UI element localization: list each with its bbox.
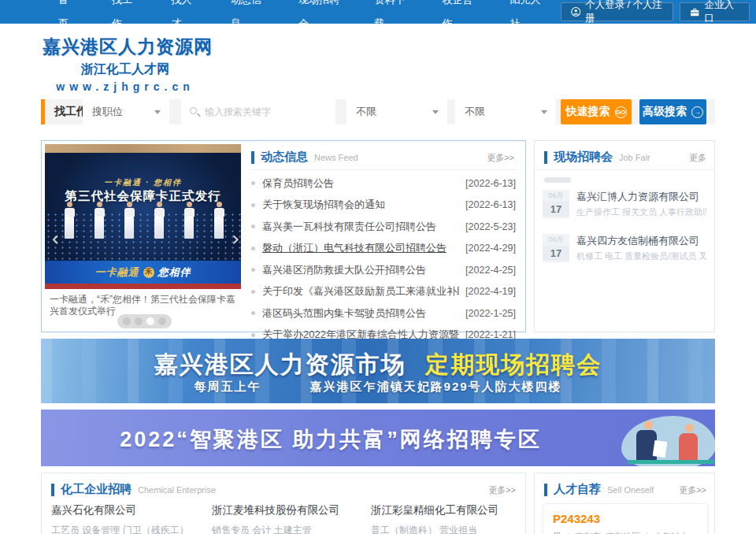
search-input[interactable] xyxy=(181,99,335,124)
nav-item-sunshine-hr[interactable]: 阳光人社 xyxy=(493,0,561,35)
date-badge-day: 17 xyxy=(543,202,569,217)
job-fair-subtitle-en: Job Fair xyxy=(619,153,650,162)
advanced-search-label: 高级搜索 xyxy=(643,105,687,119)
company-item[interactable]: 浙江彩皇精细化工有限公司 普工（制造科） 营业担当 xyxy=(371,503,524,534)
talent-subtitle-en: Sell Oneself xyxy=(607,485,654,495)
carousel-dot-2[interactable] xyxy=(135,317,143,325)
illustration-paper xyxy=(653,440,668,458)
news-item[interactable]: 港区码头范围内集卡驾驶员招聘公告 [2022-1-25] xyxy=(251,302,516,324)
slide-bottom-band: 一卡融通 禾 您相伴 xyxy=(45,261,241,284)
personal-login-label: 个人登录 / 个人注册 xyxy=(585,0,663,25)
talent-card-info: 男 ｜ 嘉兴市>嘉兴港区 ｜ 八年以上 xyxy=(553,531,688,534)
advanced-search-button[interactable]: 高级搜索 → xyxy=(639,99,706,124)
carousel-slide[interactable]: 一卡融通 · 您相伴 第三代社会保障卡正式发行 一卡融通 禾 您相伴 ‹ › xyxy=(45,144,241,289)
job-fair-header: 现场招聘会 Job Fair xyxy=(544,150,650,165)
news-item-title: 嘉兴港区消防救援大队公开招聘公告 xyxy=(262,263,459,277)
talent-card[interactable]: P243243 男 ｜ 嘉兴市>嘉兴港区 ｜ 八年以上 xyxy=(543,503,708,534)
news-item-hovered[interactable]: 磐动（浙江）电气科技有限公司招聘公告 [2022-4-29] xyxy=(251,238,516,260)
company-jobs: 普工（制造科） 营业担当 xyxy=(371,524,524,534)
job-fair-more-link[interactable]: 更多 xyxy=(689,152,706,164)
job-fair-item-text: 嘉兴汇博人力资源有限公司 生产操作工 报关文员 人事行政助理... xyxy=(576,190,706,218)
company-name: 浙江麦堆科技股份有限公司 xyxy=(212,503,365,517)
company-item[interactable]: 嘉兴石化有限公司 工艺员 设备管理 门卫（残疾工） xyxy=(51,503,205,534)
nav-item-news[interactable]: 动态信息 xyxy=(213,0,281,35)
news-header: 动态信息 News Feed xyxy=(251,150,358,165)
news-item[interactable]: 保育员招聘公告 [2022-6-13] xyxy=(251,172,516,195)
news-item-title: 磐动（浙江）电气科技有限公司招聘公告 xyxy=(262,241,459,255)
enterprise-entry-button[interactable]: 企业入口 xyxy=(680,2,750,21)
job-fair-item[interactable]: 06月 17 嘉兴汇博人力资源有限公司 生产操作工 报关文员 人事行政助理... xyxy=(543,190,708,218)
news-item-title: 保育员招聘公告 xyxy=(262,176,459,191)
site-logo[interactable]: 嘉兴港区人力资源网 浙江化工人才网 www.zjhgrc.cn xyxy=(43,35,208,93)
nav-item-home[interactable]: 首 页 xyxy=(41,0,94,35)
date-badge-month: 06月 xyxy=(543,190,569,202)
online-recruit-banner[interactable]: 2022“智聚港区 助力共富”网络招聘专区 xyxy=(41,410,715,466)
quick-search-button[interactable]: 快速搜索 GO xyxy=(561,99,632,124)
talent-panel: 人才自荐 Sell Oneself 更多>> P243243 男 ｜ 嘉兴市>嘉… xyxy=(534,473,715,534)
bullet-icon xyxy=(251,181,255,185)
banner-title-line: 嘉兴港区人力资源市场 定期现场招聘会 xyxy=(41,349,715,381)
bullet-icon xyxy=(251,290,255,294)
chemical-enterprise-panel: 化工企业招聘 Chemical Enterprise 更多>> 嘉兴石化有限公司… xyxy=(41,473,526,534)
news-item-date: [2022-6-13] xyxy=(465,199,516,210)
search-filter1-select[interactable]: 不限 xyxy=(346,99,447,124)
news-subtitle-en: News Feed xyxy=(314,153,358,162)
job-fair-jobs: 机修工 电工 质量检验员/测试员 叉车... xyxy=(576,250,706,262)
news-item-date: [2022-6-13] xyxy=(465,178,516,189)
nav-item-job-fair[interactable]: 现场招聘会 xyxy=(281,0,358,35)
enterprise-entry-label: 企业入口 xyxy=(704,0,739,25)
search-filter2-select[interactable]: 不限 xyxy=(455,99,556,124)
news-feed-section: 动态信息 News Feed 更多>> 保育员招聘公告 [2022-6-13] … xyxy=(251,141,516,333)
chevron-down-icon xyxy=(432,110,439,114)
talent-header: 人才自荐 Sell Oneself xyxy=(544,482,654,497)
nav-item-school-cooperation[interactable]: 校企合作 xyxy=(425,0,493,35)
news-item[interactable]: 关于印发《嘉兴港区鼓励新员工来港就业补助操作... [2022-4-19] xyxy=(251,281,516,303)
date-badge-month: 06月 xyxy=(543,234,569,246)
carousel-dots xyxy=(117,314,172,328)
nav-item-downloads[interactable]: 资料下载 xyxy=(358,0,425,35)
job-fair-header-divider xyxy=(535,169,714,170)
company-item[interactable]: 浙江麦堆科技股份有限公司 销售专员 会计 土建主管 xyxy=(212,503,365,534)
coin-icon: 禾 xyxy=(143,267,154,278)
news-item[interactable]: 嘉兴港区消防救援大队公开招聘公告 [2022-4-25] xyxy=(251,259,516,281)
date-badge-day: 17 xyxy=(543,246,569,261)
band-left-text: 一卡融通 xyxy=(95,265,139,280)
news-item[interactable]: 嘉兴美一瓦科技有限责任公司招聘公告 [2022-5-23] xyxy=(251,216,516,238)
news-item-title: 嘉兴美一瓦科技有限责任公司招聘公告 xyxy=(262,220,459,234)
hr-market-banner[interactable]: 嘉兴港区人力资源市场 定期现场招聘会 每周五上午 嘉兴港区乍浦镇天妃路929号人… xyxy=(41,339,715,403)
site-url: www.zjhgrc.cn xyxy=(43,80,208,93)
news-item-date: [2022-5-23] xyxy=(465,221,516,232)
chemical-more-link[interactable]: 更多>> xyxy=(488,484,516,496)
quick-search-label: 快速搜索 xyxy=(566,105,610,119)
news-more-link[interactable]: 更多>> xyxy=(487,152,514,164)
carousel-next-arrow[interactable]: › xyxy=(232,231,239,247)
carousel-prev-arrow[interactable]: ‹ xyxy=(51,231,59,247)
carousel-dot-4[interactable] xyxy=(158,317,166,325)
nav-item-find-talent[interactable]: 找人才 xyxy=(154,0,213,35)
company-name: 浙江彩皇精细化工有限公司 xyxy=(371,503,524,517)
carousel-dot-3-active[interactable] xyxy=(146,317,154,325)
news-list: 保育员招聘公告 [2022-6-13] 关于恢复现场招聘会的通知 [2022-6… xyxy=(251,172,516,346)
news-item-title: 关于印发《嘉兴港区鼓励新员工来港就业补助操作... xyxy=(262,284,459,299)
header-accent-bar xyxy=(51,484,54,496)
nav-item-find-job[interactable]: 找工作 xyxy=(94,0,154,35)
search-category-select[interactable]: 搜职位 xyxy=(83,99,169,124)
search-bar: 找工作 搜职位 不限 不限 快速搜索 GO 高级搜索 → xyxy=(41,99,715,124)
news-item-date: [2022-4-29] xyxy=(465,243,516,254)
talent-more-link[interactable]: 更多>> xyxy=(679,484,706,496)
personal-login-button[interactable]: 个人登录 / 个人注册 xyxy=(561,2,673,21)
news-item-title: 港区码头范围内集卡驾驶员招聘公告 xyxy=(262,306,459,321)
news-item-title: 关于恢复现场招聘会的通知 xyxy=(262,198,459,212)
slide-red-carpet xyxy=(45,284,241,289)
chevron-down-icon xyxy=(154,110,161,114)
job-fair-item[interactable]: 06月 17 嘉兴四方友信制桶有限公司 机修工 电工 质量检验员/测试员 叉车.… xyxy=(543,234,708,262)
bullet-icon xyxy=(251,247,255,250)
chevron-down-icon xyxy=(541,110,547,114)
news-item-date: [2022-4-25] xyxy=(465,265,516,276)
carousel-dot-1[interactable] xyxy=(123,317,131,325)
chemical-header: 化工企业招聘 Chemical Enterprise xyxy=(51,482,216,497)
date-badge: 06月 17 xyxy=(543,190,569,218)
banner-address: 嘉兴港区乍浦镇天妃路929号人防大楼四楼 xyxy=(310,380,562,393)
news-item[interactable]: 关于恢复现场招聘会的通知 [2022-6-13] xyxy=(251,195,516,217)
news-item-date: [2022-1-25] xyxy=(465,308,516,319)
